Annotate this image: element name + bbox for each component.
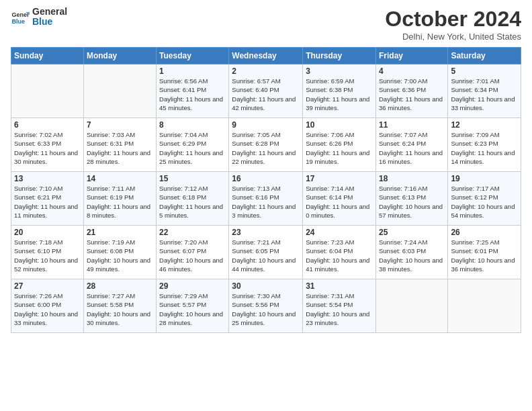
weekday-header-saturday: Saturday [448,48,521,64]
day-number: 18 [379,174,445,183]
calendar-cell: 5Sunrise: 7:01 AM Sunset: 6:34 PM Daylig… [448,64,521,118]
weekday-header-row: SundayMondayTuesdayWednesdayThursdayFrid… [11,48,521,64]
day-info: Sunrise: 7:17 AM Sunset: 6:12 PM Dayligh… [451,184,518,220]
day-number: 4 [379,66,445,76]
day-info: Sunrise: 7:11 AM Sunset: 6:19 PM Dayligh… [87,184,153,220]
day-number: 15 [159,174,226,183]
calendar-cell: 30Sunrise: 7:30 AM Sunset: 5:56 PM Dayli… [229,279,303,333]
day-info: Sunrise: 6:56 AM Sunset: 6:41 PM Dayligh… [159,77,226,112]
day-number: 27 [14,281,81,291]
day-info: Sunrise: 7:21 AM Sunset: 6:05 PM Dayligh… [232,238,300,273]
weekday-header-tuesday: Tuesday [157,48,229,64]
calendar-cell: 27Sunrise: 7:26 AM Sunset: 6:00 PM Dayli… [11,279,84,333]
day-info: Sunrise: 6:59 AM Sunset: 6:38 PM Dayligh… [306,77,373,112]
day-info: Sunrise: 6:57 AM Sunset: 6:40 PM Dayligh… [232,77,300,112]
day-number: 24 [306,228,373,237]
calendar-cell: 18Sunrise: 7:16 AM Sunset: 6:13 PM Dayli… [375,172,447,226]
day-info: Sunrise: 7:13 AM Sunset: 6:16 PM Dayligh… [232,184,300,220]
weekday-header-thursday: Thursday [303,48,376,64]
day-info: Sunrise: 7:14 AM Sunset: 6:14 PM Dayligh… [306,184,373,220]
day-info: Sunrise: 7:23 AM Sunset: 6:04 PM Dayligh… [306,238,373,273]
calendar-cell: 10Sunrise: 7:06 AM Sunset: 6:26 PM Dayli… [303,118,376,172]
calendar-cell: 31Sunrise: 7:31 AM Sunset: 5:54 PM Dayli… [303,279,376,333]
calendar-cell: 14Sunrise: 7:11 AM Sunset: 6:19 PM Dayli… [83,172,156,226]
day-number: 6 [14,120,81,130]
day-number: 5 [451,66,518,76]
day-number: 22 [159,228,226,237]
logo: General Blue General Blue [11,7,67,28]
title-block: October 2024 Delhi, New York, United Sta… [385,7,521,42]
day-info: Sunrise: 7:19 AM Sunset: 6:08 PM Dayligh… [87,238,153,273]
logo-icon: General Blue [11,7,30,26]
day-info: Sunrise: 7:30 AM Sunset: 5:56 PM Dayligh… [232,291,300,327]
day-number: 10 [306,120,373,130]
week-row-4: 20Sunrise: 7:18 AM Sunset: 6:10 PM Dayli… [11,226,521,279]
location: Delhi, New York, United States [385,32,521,42]
day-info: Sunrise: 7:12 AM Sunset: 6:18 PM Dayligh… [159,184,226,220]
calendar-cell: 20Sunrise: 7:18 AM Sunset: 6:10 PM Dayli… [11,226,84,279]
calendar-table: SundayMondayTuesdayWednesdayThursdayFrid… [11,47,521,333]
calendar-cell: 8Sunrise: 7:04 AM Sunset: 6:29 PM Daylig… [157,118,229,172]
day-number: 23 [232,228,300,237]
calendar-cell: 3Sunrise: 6:59 AM Sunset: 6:38 PM Daylig… [303,64,376,118]
day-number: 13 [14,174,81,183]
calendar-cell: 26Sunrise: 7:25 AM Sunset: 6:01 PM Dayli… [448,226,521,279]
day-number: 2 [232,66,300,76]
day-number: 1 [159,66,226,76]
logo-blue: Blue [32,17,67,27]
calendar-cell: 21Sunrise: 7:19 AM Sunset: 6:08 PM Dayli… [83,226,156,279]
day-info: Sunrise: 7:26 AM Sunset: 6:00 PM Dayligh… [14,291,81,327]
svg-text:Blue: Blue [11,18,25,25]
day-info: Sunrise: 7:00 AM Sunset: 6:36 PM Dayligh… [379,77,445,112]
day-number: 16 [232,174,300,183]
calendar-cell: 17Sunrise: 7:14 AM Sunset: 6:14 PM Dayli… [303,172,376,226]
calendar-cell: 16Sunrise: 7:13 AM Sunset: 6:16 PM Dayli… [229,172,303,226]
day-number: 28 [87,281,153,291]
day-info: Sunrise: 7:07 AM Sunset: 6:24 PM Dayligh… [379,130,445,166]
calendar-cell [11,64,84,118]
calendar-cell: 15Sunrise: 7:12 AM Sunset: 6:18 PM Dayli… [157,172,229,226]
calendar-cell [83,64,156,118]
day-number: 8 [159,120,226,130]
day-number: 25 [379,228,445,237]
day-info: Sunrise: 7:09 AM Sunset: 6:23 PM Dayligh… [451,130,518,166]
calendar-cell [375,279,447,333]
day-number: 21 [87,228,153,237]
day-number: 14 [87,174,153,183]
calendar-cell: 9Sunrise: 7:05 AM Sunset: 6:28 PM Daylig… [229,118,303,172]
day-info: Sunrise: 7:03 AM Sunset: 6:31 PM Dayligh… [87,130,153,166]
calendar-cell: 12Sunrise: 7:09 AM Sunset: 6:23 PM Dayli… [448,118,521,172]
header: General Blue General Blue October 2024 D… [11,7,521,42]
day-number: 26 [451,228,518,237]
day-info: Sunrise: 7:04 AM Sunset: 6:29 PM Dayligh… [159,130,226,166]
day-number: 31 [306,281,373,291]
day-info: Sunrise: 7:20 AM Sunset: 6:07 PM Dayligh… [159,238,226,273]
day-number: 29 [159,281,226,291]
page: General Blue General Blue October 2024 D… [0,0,532,411]
calendar-cell: 28Sunrise: 7:27 AM Sunset: 5:58 PM Dayli… [83,279,156,333]
day-info: Sunrise: 7:29 AM Sunset: 5:57 PM Dayligh… [159,291,226,327]
calendar-cell: 19Sunrise: 7:17 AM Sunset: 6:12 PM Dayli… [448,172,521,226]
calendar-cell: 23Sunrise: 7:21 AM Sunset: 6:05 PM Dayli… [229,226,303,279]
day-info: Sunrise: 7:24 AM Sunset: 6:03 PM Dayligh… [379,238,445,273]
weekday-header-wednesday: Wednesday [229,48,303,64]
calendar-cell: 25Sunrise: 7:24 AM Sunset: 6:03 PM Dayli… [375,226,447,279]
weekday-header-friday: Friday [375,48,447,64]
week-row-1: 1Sunrise: 6:56 AM Sunset: 6:41 PM Daylig… [11,64,521,118]
day-info: Sunrise: 7:27 AM Sunset: 5:58 PM Dayligh… [87,291,153,327]
weekday-header-sunday: Sunday [11,48,84,64]
day-number: 7 [87,120,153,130]
day-number: 20 [14,228,81,237]
calendar-cell [448,279,521,333]
week-row-2: 6Sunrise: 7:02 AM Sunset: 6:33 PM Daylig… [11,118,521,172]
calendar-cell: 24Sunrise: 7:23 AM Sunset: 6:04 PM Dayli… [303,226,376,279]
calendar-cell: 11Sunrise: 7:07 AM Sunset: 6:24 PM Dayli… [375,118,447,172]
logo-general: General [32,7,67,17]
day-info: Sunrise: 7:02 AM Sunset: 6:33 PM Dayligh… [14,130,81,166]
calendar-cell: 7Sunrise: 7:03 AM Sunset: 6:31 PM Daylig… [83,118,156,172]
week-row-5: 27Sunrise: 7:26 AM Sunset: 6:00 PM Dayli… [11,279,521,333]
day-number: 30 [232,281,300,291]
day-info: Sunrise: 7:18 AM Sunset: 6:10 PM Dayligh… [14,238,81,273]
month-title: October 2024 [385,7,521,32]
calendar-cell: 6Sunrise: 7:02 AM Sunset: 6:33 PM Daylig… [11,118,84,172]
